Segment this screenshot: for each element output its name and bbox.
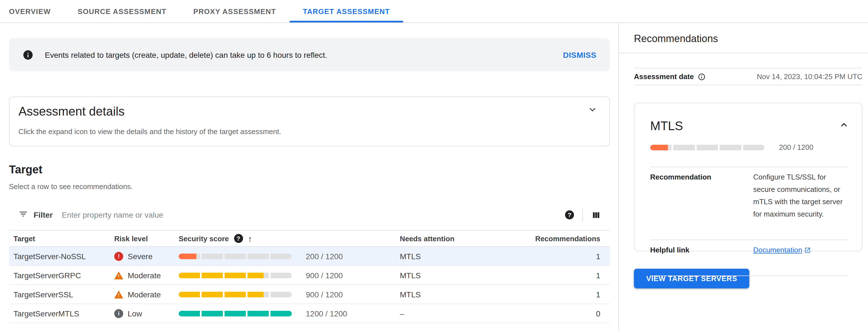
filter-help-icon[interactable]: ? [565,211,574,219]
assessment-details-subtitle: Click the expand icon to view the detail… [19,127,600,136]
filter-divider [582,208,583,222]
filter-input[interactable] [60,210,565,220]
security-score-value: 900 / 1200 [297,290,395,299]
security-score-bar-cell [174,292,297,297]
recommendation-label: Recommendation [650,171,753,220]
risk-level-cell: !Severe [110,252,174,260]
main-content: Events related to targets (create, updat… [9,23,610,323]
needs-attention-cell: MTLS [395,271,526,280]
external-link-icon [804,247,811,254]
col-header-security-score: Security score [179,234,229,243]
assessment-date-row: Assessment date Nov 14, 2023, 10:04:25 P… [634,68,862,85]
recommendations-count: 1 [526,271,610,280]
filter-label: Filter [34,211,53,219]
recommendation-row: Recommendation Configure TLS/SSL for sec… [650,167,848,224]
info-outline-icon[interactable] [698,73,706,81]
recommendations-count: 1 [526,290,610,299]
risk-level-label: Moderate [128,271,161,280]
mtls-card: MTLS 200 / 1200 Recommendation Configure… [634,103,862,251]
security-score-bar [179,310,292,316]
col-header-risk-level: Risk level [110,234,174,243]
security-score-value: 1200 / 1200 [297,309,395,318]
filter-bar: Filter ? [9,205,610,225]
helpful-link-row: Helpful link Documentation [650,240,848,260]
target-name: TargetServerSSL [9,290,110,299]
security-score-bar [179,292,292,297]
info-banner: Events related to targets (create, updat… [9,38,610,71]
mtls-score-bar [650,144,765,150]
view-target-servers-button[interactable]: VIEW TARGET SERVERS [634,269,750,288]
risk-level-cell: iLow [110,309,174,318]
filter-icon [19,209,28,221]
target-table: Target Risk level Security score ? ↑ Nee… [9,230,610,323]
tab-source-assessment[interactable]: SOURCE ASSESSMENT [64,0,180,23]
needs-attention-cell: – [395,309,526,318]
needs-attention-cell: MTLS [395,252,526,260]
recommendations-count: 1 [526,252,610,260]
security-score-bar [179,272,292,278]
tab-overview[interactable]: OVERVIEW [0,0,64,23]
security-score-value: 200 / 1200 [297,252,395,260]
col-header-target: Target [9,234,110,243]
assessment-date-value: Nov 14, 2023, 10:04:25 PM UTC [757,72,862,81]
info-icon [22,49,34,60]
recommendation-text: Configure TLS/SSL for secure communicati… [753,171,848,220]
security-score-bar-cell [174,272,297,278]
assessment-details-card: Assessment details Click the expand icon… [9,96,610,146]
security-score-bar [179,253,292,259]
dismiss-button[interactable]: DISMISS [563,50,596,59]
security-score-bar-cell [174,310,297,316]
target-name: TargetServerGRPC [9,271,110,280]
risk-level-cell: !Moderate [110,290,174,299]
security-score-bar-cell [174,253,297,259]
tab-target-assessment[interactable]: TARGET ASSESSMENT [289,0,403,23]
warning-icon: ! [114,290,123,299]
table-row[interactable]: TargetServerMTLSiLow1200 / 1200–0 [9,304,610,323]
card-divider [650,275,848,276]
table-header: Target Risk level Security score ? ↑ Nee… [9,230,610,247]
tab-bar: OVERVIEW SOURCE ASSESSMENT PROXY ASSESSM… [0,0,868,23]
assessment-details-title: Assessment details [19,104,600,119]
col-header-recommendations: Recommendations [526,234,610,243]
warning-icon: ! [114,271,123,279]
panel-title: Recommendations [634,33,862,45]
tab-proxy-assessment[interactable]: PROXY ASSESSMENT [180,0,289,23]
recommendations-count: 0 [526,309,610,318]
info-icon: i [114,309,123,318]
table-row[interactable]: TargetServer-NoSSL!Severe200 / 1200MTLS1 [9,247,610,266]
risk-level-label: Low [128,309,142,318]
mtls-card-title: MTLS [650,119,683,134]
table-row[interactable]: TargetServerGRPC!Moderate900 / 1200MTLS1 [9,266,610,285]
target-name: TargetServer-NoSSL [9,252,110,260]
chevron-up-icon[interactable] [839,120,848,132]
col-header-needs-attention: Needs attention [395,234,526,243]
risk-level-label: Moderate [128,290,161,299]
security-score-value: 900 / 1200 [297,271,395,280]
risk-level-cell: !Moderate [110,271,174,280]
panel-title-divider [619,53,868,53]
security-score-help-icon[interactable]: ? [234,234,243,243]
assessment-date-label: Assessment date [634,72,694,81]
target-section-title: Target [9,163,610,176]
target-name: TargetServerMTLS [9,309,110,318]
sort-ascending-icon[interactable]: ↑ [248,234,252,243]
recommendations-panel: Recommendations Assessment date Nov 14, … [619,23,868,331]
target-section-subtitle: Select a row to see recommendations. [9,182,610,191]
table-body: TargetServer-NoSSL!Severe200 / 1200MTLS1… [9,247,610,323]
helpful-link-label: Helpful link [650,244,753,256]
banner-message: Events related to targets (create, updat… [45,50,327,59]
severe-icon: ! [114,252,123,260]
documentation-link[interactable]: Documentation [753,244,811,256]
mtls-score-value: 200 / 1200 [779,143,813,151]
chevron-down-icon[interactable] [588,105,597,116]
column-settings-icon[interactable] [591,210,601,220]
needs-attention-cell: MTLS [395,290,526,299]
risk-level-label: Severe [128,252,153,260]
table-row[interactable]: TargetServerSSL!Moderate900 / 1200MTLS1 [9,285,610,304]
page: OVERVIEW SOURCE ASSESSMENT PROXY ASSESSM… [0,0,868,331]
